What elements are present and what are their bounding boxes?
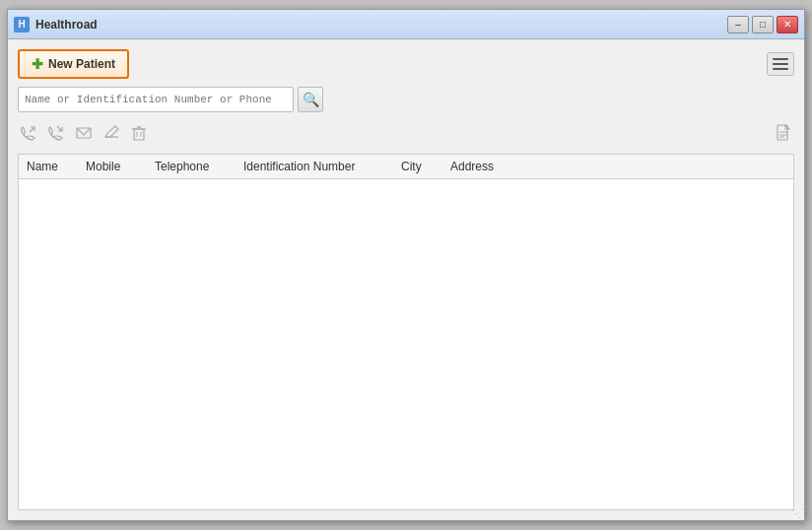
delete-icon[interactable] (128, 122, 150, 144)
col-name: Name (27, 160, 86, 173)
plus-icon: ✚ (32, 56, 43, 72)
menu-line-3 (773, 68, 788, 70)
toolbar-row (18, 120, 794, 146)
send-message-icon[interactable] (73, 122, 95, 144)
call-outgoing-icon[interactable] (45, 122, 67, 144)
document-icon[interactable] (773, 122, 794, 144)
menu-line-1 (773, 58, 788, 60)
window-controls: – □ ✕ (727, 16, 798, 33)
window-content: ✚ New Patient 🔍 (8, 39, 804, 520)
patient-table: Name Mobile Telephone Identification Num… (18, 154, 794, 510)
col-id-number: Identification Number (243, 160, 401, 173)
col-city: City (401, 160, 450, 173)
svg-line-1 (57, 126, 62, 131)
search-icon: 🔍 (303, 92, 319, 107)
search-row: 🔍 (18, 87, 794, 112)
search-button[interactable]: 🔍 (298, 87, 323, 112)
table-body (19, 179, 793, 509)
title-bar: H Healthroad – □ ✕ (8, 10, 804, 39)
col-telephone: Telephone (155, 160, 243, 173)
menu-button[interactable] (767, 52, 794, 76)
resize-handle[interactable]: ⋱ (791, 507, 803, 519)
edit-icon[interactable] (101, 122, 122, 144)
main-window: H Healthroad – □ ✕ ✚ New Patient (7, 9, 805, 521)
svg-line-0 (30, 127, 34, 132)
close-button[interactable]: ✕ (777, 16, 798, 33)
call-incoming-icon[interactable] (18, 122, 39, 144)
new-patient-label: New Patient (48, 57, 115, 71)
search-input[interactable] (18, 87, 294, 112)
svg-rect-4 (134, 129, 144, 140)
menu-line-2 (773, 63, 788, 65)
minimize-button[interactable]: – (727, 16, 749, 33)
top-bar: ✚ New Patient (18, 49, 794, 79)
title-bar-left: H Healthroad (14, 17, 98, 33)
new-patient-button[interactable]: ✚ New Patient (18, 49, 129, 79)
table-header: Name Mobile Telephone Identification Num… (19, 155, 793, 179)
col-address: Address (450, 160, 529, 173)
col-mobile: Mobile (86, 160, 155, 173)
window-title: Healthroad (35, 18, 98, 32)
app-icon: H (14, 17, 30, 33)
maximize-button[interactable]: □ (752, 16, 774, 33)
